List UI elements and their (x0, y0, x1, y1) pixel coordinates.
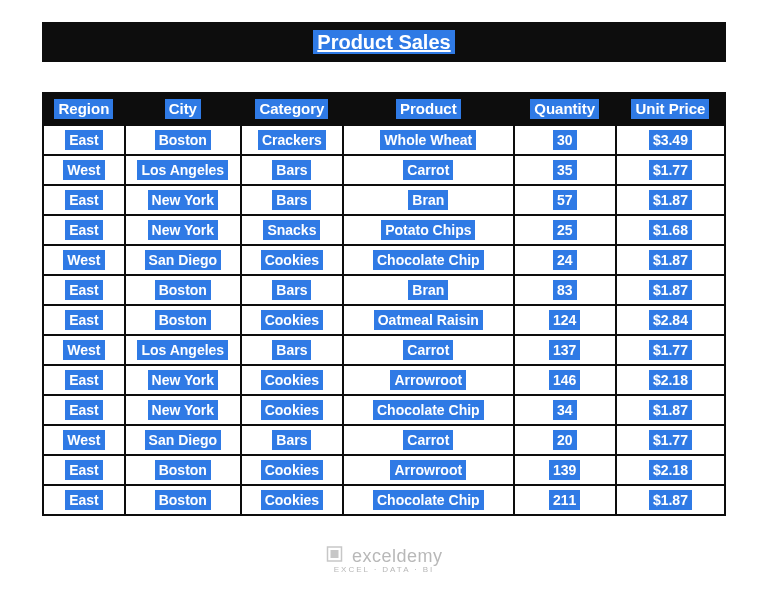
cell-city: Boston (125, 125, 241, 155)
cell-unit_price: $1.87 (616, 395, 725, 425)
table-row: WestSan DiegoCookiesChocolate Chip24$1.8… (43, 245, 725, 275)
cell-value: Arrowroot (390, 370, 466, 390)
cell-region: East (43, 125, 125, 155)
cell-value: Carrot (403, 430, 453, 450)
cell-product: Oatmeal Raisin (343, 305, 514, 335)
cell-city: New York (125, 365, 241, 395)
cell-value: Cookies (261, 310, 323, 330)
cell-value: 24 (553, 250, 577, 270)
cell-unit_price: $1.77 (616, 155, 725, 185)
cell-region: East (43, 185, 125, 215)
cell-product: Potato Chips (343, 215, 514, 245)
cell-category: Cookies (241, 365, 343, 395)
cell-city: Los Angeles (125, 335, 241, 365)
cell-city: Boston (125, 485, 241, 515)
cell-product: Arrowroot (343, 365, 514, 395)
cell-city: New York (125, 215, 241, 245)
cell-unit_price: $2.18 (616, 455, 725, 485)
cell-category: Bars (241, 335, 343, 365)
cell-value: $1.77 (649, 340, 692, 360)
cell-city: New York (125, 185, 241, 215)
cell-category: Cookies (241, 305, 343, 335)
cell-value: 25 (553, 220, 577, 240)
cell-product: Bran (343, 275, 514, 305)
cell-value: Arrowroot (390, 460, 466, 480)
cell-unit_price: $1.87 (616, 275, 725, 305)
cell-category: Cookies (241, 485, 343, 515)
cell-value: Bars (272, 430, 311, 450)
cell-quantity: 124 (514, 305, 616, 335)
table-row: EastNew YorkSnacksPotato Chips25$1.68 (43, 215, 725, 245)
watermark-logo-icon (326, 545, 344, 567)
cell-value: West (63, 430, 104, 450)
cell-value: Potato Chips (381, 220, 475, 240)
cell-unit_price: $1.68 (616, 215, 725, 245)
cell-value: New York (148, 190, 219, 210)
cell-region: West (43, 425, 125, 455)
cell-region: East (43, 275, 125, 305)
cell-value: East (65, 370, 103, 390)
cell-value: Boston (155, 130, 211, 150)
cell-unit_price: $2.18 (616, 365, 725, 395)
cell-quantity: 146 (514, 365, 616, 395)
cell-city: Boston (125, 305, 241, 335)
cell-value: East (65, 130, 103, 150)
cell-value: 57 (553, 190, 577, 210)
cell-value: 30 (553, 130, 577, 150)
cell-value: 34 (553, 400, 577, 420)
cell-value: Crackers (258, 130, 326, 150)
cell-region: East (43, 215, 125, 245)
col-category: Category (241, 93, 343, 125)
cell-product: Whole Wheat (343, 125, 514, 155)
svg-rect-1 (331, 550, 339, 558)
cell-product: Chocolate Chip (343, 245, 514, 275)
table-row: EastBostonCookiesChocolate Chip211$1.87 (43, 485, 725, 515)
cell-value: West (63, 250, 104, 270)
cell-unit_price: $1.87 (616, 245, 725, 275)
col-product: Product (343, 93, 514, 125)
cell-value: Carrot (403, 340, 453, 360)
cell-unit_price: $1.87 (616, 485, 725, 515)
cell-quantity: 137 (514, 335, 616, 365)
watermark-brand: exceldemy (352, 546, 443, 567)
cell-region: West (43, 245, 125, 275)
cell-value: Cookies (261, 400, 323, 420)
cell-value: Bran (408, 280, 448, 300)
col-quantity: Quantity (514, 93, 616, 125)
col-region: Region (43, 93, 125, 125)
cell-value: $2.84 (649, 310, 692, 330)
table-header: Region City Category Product Quantity Un… (43, 93, 725, 125)
cell-value: 20 (553, 430, 577, 450)
col-unitprice: Unit Price (616, 93, 725, 125)
cell-product: Carrot (343, 155, 514, 185)
cell-quantity: 34 (514, 395, 616, 425)
cell-product: Chocolate Chip (343, 485, 514, 515)
cell-value: Whole Wheat (380, 130, 476, 150)
cell-quantity: 25 (514, 215, 616, 245)
cell-value: $1.87 (649, 490, 692, 510)
cell-value: $1.77 (649, 430, 692, 450)
table-row: WestSan DiegoBarsCarrot20$1.77 (43, 425, 725, 455)
col-city: City (125, 93, 241, 125)
table-row: WestLos AngelesBarsCarrot137$1.77 (43, 335, 725, 365)
cell-category: Bars (241, 185, 343, 215)
cell-value: Chocolate Chip (373, 490, 484, 510)
spacer (42, 62, 726, 92)
cell-value: Boston (155, 490, 211, 510)
cell-city: Los Angeles (125, 155, 241, 185)
cell-value: $3.49 (649, 130, 692, 150)
cell-quantity: 20 (514, 425, 616, 455)
watermark-tagline: EXCEL · DATA · BI (326, 565, 443, 574)
cell-value: Los Angeles (137, 160, 228, 180)
cell-value: Boston (155, 280, 211, 300)
table-row: EastNew YorkCookiesArrowroot146$2.18 (43, 365, 725, 395)
table-row: EastNew YorkBarsBran57$1.87 (43, 185, 725, 215)
cell-unit_price: $3.49 (616, 125, 725, 155)
cell-value: New York (148, 220, 219, 240)
cell-value: San Diego (145, 250, 221, 270)
cell-value: Cookies (261, 370, 323, 390)
header-row: Region City Category Product Quantity Un… (43, 93, 725, 125)
cell-value: Oatmeal Raisin (374, 310, 483, 330)
cell-value: $1.68 (649, 220, 692, 240)
cell-value: East (65, 400, 103, 420)
